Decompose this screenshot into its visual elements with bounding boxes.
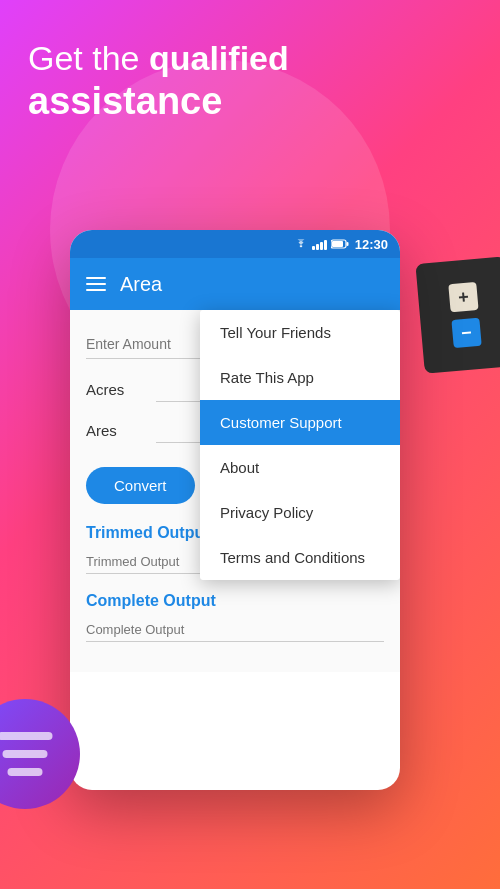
shape-lines	[0, 732, 53, 776]
shape-circle	[0, 699, 80, 809]
app-content: Tell Your Friends Rate This App Customer…	[70, 310, 400, 672]
svg-rect-2	[332, 241, 343, 247]
complete-output-input[interactable]	[86, 618, 384, 642]
signal-icon	[312, 238, 327, 250]
wifi-icon	[294, 239, 308, 249]
dropdown-menu: Tell Your Friends Rate This App Customer…	[200, 310, 400, 580]
status-bar: 12:30	[70, 230, 400, 258]
phone-mockup: 12:30 Area Tell Your Friends Rate This A…	[70, 230, 400, 790]
menu-item-tell-friends[interactable]: Tell Your Friends	[200, 310, 400, 355]
header-line2: qualified	[149, 39, 289, 77]
app-bar: Area	[70, 258, 400, 310]
calculator-decoration: + −	[415, 256, 500, 373]
app-bar-title: Area	[120, 273, 162, 296]
hamburger-button[interactable]	[86, 277, 106, 291]
menu-item-customer-support[interactable]: Customer Support	[200, 400, 400, 445]
unit-label-ares: Ares	[86, 422, 146, 439]
menu-item-terms[interactable]: Terms and Conditions	[200, 535, 400, 580]
unit-label-acres: Acres	[86, 381, 146, 398]
header-line1: Get the	[28, 39, 149, 77]
header-section: Get the qualified assistance	[28, 38, 472, 124]
calc-minus-icon: −	[451, 318, 481, 348]
shape-decoration	[0, 699, 100, 829]
menu-item-rate-app[interactable]: Rate This App	[200, 355, 400, 400]
status-time: 12:30	[355, 237, 388, 252]
svg-rect-1	[346, 242, 348, 246]
battery-icon	[331, 239, 349, 249]
menu-item-about[interactable]: About	[200, 445, 400, 490]
shape-line-1	[0, 732, 53, 740]
status-icons	[294, 238, 349, 250]
header-line3: assistance	[28, 79, 472, 125]
shape-line-2	[3, 750, 48, 758]
menu-item-privacy-policy[interactable]: Privacy Policy	[200, 490, 400, 535]
complete-output-title: Complete Output	[86, 592, 384, 610]
convert-button[interactable]: Convert	[86, 467, 195, 504]
calc-plus-icon: +	[448, 282, 478, 312]
shape-line-3	[8, 768, 43, 776]
